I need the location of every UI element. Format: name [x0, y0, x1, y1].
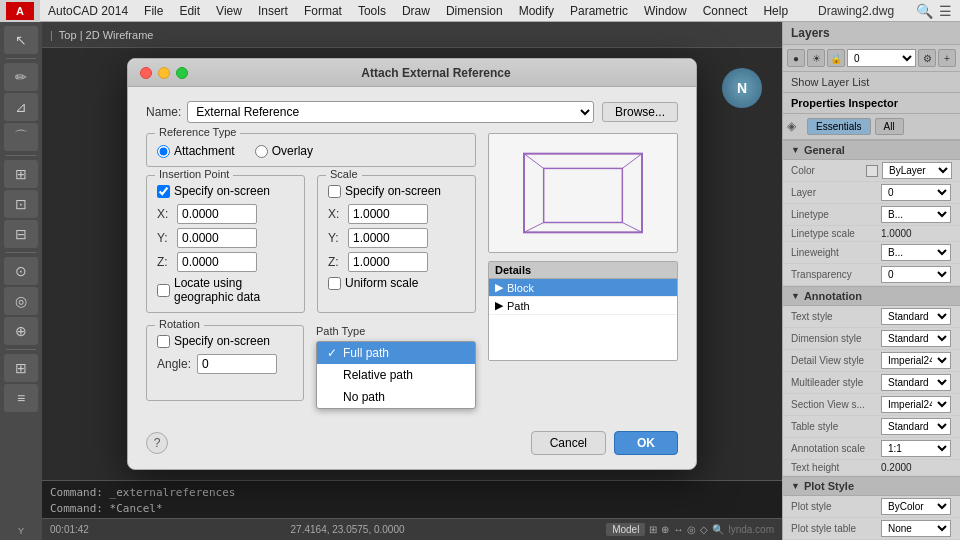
path-option-full[interactable]: ✓ Full path	[317, 342, 475, 364]
close-button[interactable]	[140, 67, 152, 79]
toolbar-draw2[interactable]: ⊿	[4, 93, 38, 121]
toolbar-view3[interactable]: ⊕	[4, 317, 38, 345]
lynda-watermark: lynda.com	[728, 524, 774, 535]
menu-format[interactable]: Format	[296, 0, 350, 22]
layer-visibility-btn[interactable]: ●	[787, 49, 805, 67]
reference-type-legend: Reference Type	[155, 126, 240, 138]
color-dropdown[interactable]: ByLayer	[882, 162, 952, 179]
menu-icon[interactable]: ☰	[939, 3, 952, 19]
plot-style-dropdown[interactable]: ByColor	[881, 498, 951, 515]
name-row: Name: External Reference Browse...	[146, 101, 678, 123]
layer-add-btn[interactable]: +	[938, 49, 956, 67]
toolbar-modify1[interactable]: ⊞	[4, 160, 38, 188]
osnap-icon[interactable]: ◇	[700, 524, 708, 535]
lineweight-dropdown[interactable]: B...	[881, 244, 951, 261]
layer-settings-btn[interactable]: ⚙	[918, 49, 936, 67]
zoom-icon[interactable]: 🔍	[712, 524, 724, 535]
overlay-radio[interactable]	[255, 145, 268, 158]
detail-block-row[interactable]: ▶ Block	[489, 279, 677, 297]
menu-window[interactable]: Window	[636, 0, 695, 22]
name-select[interactable]: External Reference	[187, 101, 594, 123]
grid-icon[interactable]: ⊞	[649, 524, 657, 535]
menu-tools[interactable]: Tools	[350, 0, 394, 22]
browse-button[interactable]: Browse...	[602, 102, 678, 122]
rotation-specify-checkbox[interactable]	[157, 335, 170, 348]
menu-view[interactable]: View	[208, 0, 250, 22]
table-style-dropdown[interactable]: Standard	[881, 418, 951, 435]
toolbar-modify3[interactable]: ⊟	[4, 220, 38, 248]
transparency-dropdown[interactable]: 0	[881, 266, 951, 283]
toolbar-prop[interactable]: ≡	[4, 384, 38, 412]
help-button[interactable]: ?	[146, 432, 168, 454]
cancel-button[interactable]: Cancel	[531, 431, 606, 455]
ok-button[interactable]: OK	[614, 431, 678, 455]
viewport-toolbar: | Top | 2D Wireframe	[42, 22, 782, 48]
toolbar-select[interactable]: ↖	[4, 26, 38, 54]
general-section-header: ▼ General	[783, 140, 960, 160]
essentials-btn[interactable]: Essentials	[807, 118, 871, 135]
scale-x-input[interactable]	[348, 204, 428, 224]
snap-icon[interactable]: ⊕	[661, 524, 669, 535]
show-layer-list-btn[interactable]: Show Layer List	[783, 72, 960, 93]
menu-help[interactable]: Help	[755, 0, 796, 22]
detail-style-dropdown[interactable]: Imperial24	[881, 352, 951, 369]
search-icon[interactable]: 🔍	[916, 3, 933, 19]
insertion-specify-checkbox[interactable]	[157, 185, 170, 198]
color-swatch[interactable]	[866, 165, 878, 177]
all-btn[interactable]: All	[875, 118, 904, 135]
toolbar-view2[interactable]: ◎	[4, 287, 38, 315]
toolbar-modify2[interactable]: ⊡	[4, 190, 38, 218]
minimize-button[interactable]	[158, 67, 170, 79]
main-area: ↖ ✏ ⊿ ⌒ ⊞ ⊡ ⊟ ⊙ ◎ ⊕ ⊞ ≡ Y | Top | 2D Wir…	[0, 22, 960, 540]
menu-parametric[interactable]: Parametric	[562, 0, 636, 22]
uniform-scale-checkbox[interactable]	[328, 277, 341, 290]
scale-z-input[interactable]	[348, 252, 428, 272]
layer-select[interactable]: 0	[847, 49, 916, 67]
ortho-icon[interactable]: ↔	[673, 524, 683, 535]
layer-lock-btn[interactable]: 🔒	[827, 49, 845, 67]
z-input[interactable]	[177, 252, 257, 272]
menu-draw[interactable]: Draw	[394, 0, 438, 22]
y-input[interactable]	[177, 228, 257, 248]
layer-freeze-btn[interactable]: ☀	[807, 49, 825, 67]
scale-specify-checkbox[interactable]	[328, 185, 341, 198]
locate-checkbox[interactable]	[157, 284, 170, 297]
text-style-dropdown[interactable]: Standard	[881, 308, 951, 325]
menu-dimension[interactable]: Dimension	[438, 0, 511, 22]
toolbar-layer[interactable]: ⊞	[4, 354, 38, 382]
model-btn[interactable]: Model	[606, 523, 645, 536]
polar-icon[interactable]: ◎	[687, 524, 696, 535]
toolbar-draw3[interactable]: ⌒	[4, 123, 38, 151]
menu-edit[interactable]: Edit	[171, 0, 208, 22]
section-view-dropdown[interactable]: Imperial24	[881, 396, 951, 413]
prop-layer: Layer 0	[783, 182, 960, 204]
attachment-radio[interactable]	[157, 145, 170, 158]
plot-style-table-dropdown[interactable]: None	[881, 520, 951, 537]
detail-path-row[interactable]: ▶ Path	[489, 297, 677, 315]
path-option-relative[interactable]: ✓ Relative path	[317, 364, 475, 386]
path-option-none[interactable]: ✓ No path	[317, 386, 475, 408]
path-type-dropdown[interactable]: ✓ Full path ✓ Relative path	[316, 341, 476, 409]
menu-insert[interactable]: Insert	[250, 0, 296, 22]
menu-autocad[interactable]: AutoCAD 2014	[40, 0, 136, 22]
linetype-dropdown[interactable]: B...	[881, 206, 951, 223]
maximize-button[interactable]	[176, 67, 188, 79]
toolbar-view1[interactable]: ⊙	[4, 257, 38, 285]
angle-input[interactable]	[197, 354, 277, 374]
viewport-canvas[interactable]: N Attach External Reference	[42, 48, 782, 480]
layer-dropdown[interactable]: 0	[881, 184, 951, 201]
annotation-scale-dropdown[interactable]: 1:1	[881, 440, 951, 457]
overlay-radio-label[interactable]: Overlay	[255, 144, 313, 158]
menu-connect[interactable]: Connect	[695, 0, 756, 22]
dim-style-dropdown[interactable]: Standard	[881, 330, 951, 347]
scale-y-row: Y:	[328, 228, 465, 248]
toolbar-draw1[interactable]: ✏	[4, 63, 38, 91]
multileader-dropdown[interactable]: Standard	[881, 374, 951, 391]
layer-controls: ● ☀ 🔒 0 ⚙ +	[783, 45, 960, 72]
menu-modify[interactable]: Modify	[511, 0, 562, 22]
x-input[interactable]	[177, 204, 257, 224]
attachment-radio-label[interactable]: Attachment	[157, 144, 235, 158]
attach-xref-dialog[interactable]: Attach External Reference Name: External…	[127, 58, 697, 470]
scale-y-input[interactable]	[348, 228, 428, 248]
menu-file[interactable]: File	[136, 0, 171, 22]
